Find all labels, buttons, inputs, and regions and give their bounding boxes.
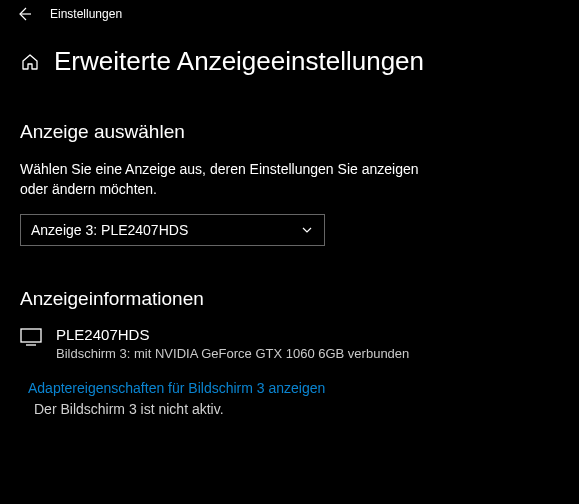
- display-status: Der Bildschirm 3 ist nicht aktiv.: [34, 401, 559, 417]
- select-display-description: Wählen Sie eine Anzeige aus, deren Einst…: [20, 159, 450, 200]
- back-icon[interactable]: [16, 6, 32, 22]
- settings-label: Einstellungen: [50, 7, 122, 21]
- select-display-heading: Anzeige auswählen: [20, 121, 559, 143]
- adapter-properties-link[interactable]: Adaptereigenschaften für Bildschirm 3 an…: [28, 380, 325, 396]
- display-info-heading: Anzeigeinformationen: [20, 288, 559, 310]
- monitor-icon: [20, 328, 42, 346]
- device-name: PLE2407HDS: [56, 326, 409, 343]
- select-display-section: Anzeige auswählen Wählen Sie eine Anzeig…: [0, 85, 579, 417]
- dropdown-selected-value: Anzeige 3: PLE2407HDS: [31, 222, 188, 238]
- display-info-block: PLE2407HDS Bildschirm 3: mit NVIDIA GeFo…: [20, 326, 559, 361]
- home-icon[interactable]: [20, 52, 40, 72]
- topbar: Einstellungen: [0, 0, 579, 28]
- title-row: Erweiterte Anzeigeeinstellungen: [0, 28, 579, 85]
- svg-rect-1: [21, 329, 41, 342]
- page-title: Erweiterte Anzeigeeinstellungen: [54, 46, 424, 77]
- chevron-down-icon: [300, 223, 314, 237]
- display-info-text: PLE2407HDS Bildschirm 3: mit NVIDIA GeFo…: [56, 326, 409, 361]
- device-detail: Bildschirm 3: mit NVIDIA GeForce GTX 106…: [56, 346, 409, 361]
- display-dropdown[interactable]: Anzeige 3: PLE2407HDS: [20, 214, 325, 246]
